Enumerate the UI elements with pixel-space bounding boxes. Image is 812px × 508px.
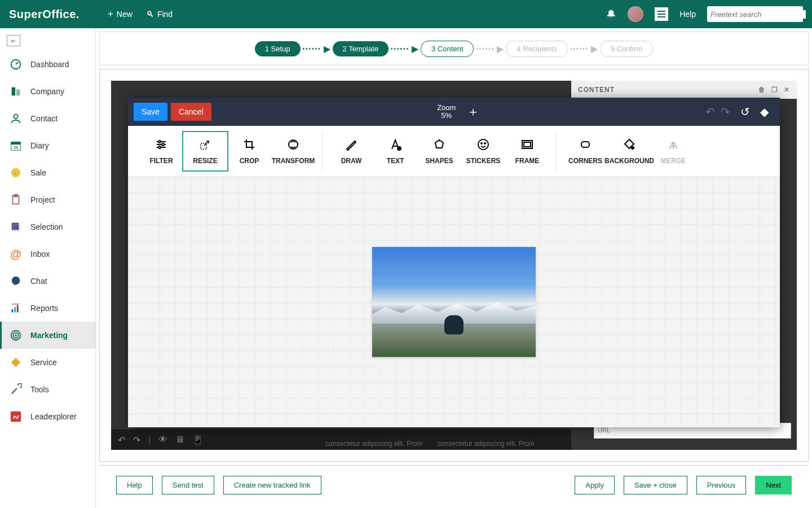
app-header: SuperOffice. +New 🔍︎Find 🔔︎ Help	[0, 0, 812, 28]
chat-icon	[9, 274, 23, 288]
undo-icon[interactable]: ↶	[705, 105, 715, 119]
calendar-icon: 28	[9, 139, 23, 152]
layers-icon[interactable]: ◆	[760, 105, 769, 119]
bell-icon[interactable]: 🔔︎	[606, 8, 616, 20]
step-content[interactable]: 3 Content	[421, 41, 474, 57]
svg-rect-3	[12, 87, 15, 96]
tool-resize[interactable]: RESIZE	[183, 132, 227, 170]
collapse-sidebar-icon[interactable]: ⇤	[7, 35, 20, 46]
cancel-button[interactable]: Cancel	[171, 103, 211, 121]
svg-rect-13	[12, 223, 19, 230]
nav-marketing[interactable]: Marketing	[0, 322, 95, 349]
nav-inbox[interactable]: @Inbox	[0, 240, 95, 268]
svg-rect-18	[17, 305, 19, 313]
step-confirm: 5 Confirm	[600, 41, 653, 57]
tool-transform[interactable]: TRANSFORM	[271, 132, 315, 170]
svg-point-5	[14, 115, 17, 119]
send-test-button[interactable]: Send test	[162, 476, 214, 494]
help-button[interactable]: Help	[116, 476, 153, 494]
history-icon[interactable]: ↺	[740, 105, 750, 119]
new-button[interactable]: +New	[108, 8, 133, 20]
nav-label: Selection	[30, 222, 63, 231]
svg-rect-12	[14, 195, 17, 197]
svg-rect-7	[11, 142, 21, 145]
step-template[interactable]: 2 Template	[333, 41, 389, 56]
nav-leadexplorer[interactable]: Leadexplorer	[0, 403, 95, 430]
at-icon: @	[9, 247, 23, 261]
preview-icon[interactable]: 👁	[158, 435, 167, 445]
clipboard-icon	[9, 193, 23, 207]
desktop-icon[interactable]: 🖥	[175, 435, 184, 445]
nav-contact[interactable]: Contact	[0, 105, 95, 132]
freetext-search[interactable]	[707, 6, 803, 22]
coin-icon: €	[9, 166, 23, 179]
svg-marker-34	[435, 140, 443, 148]
search-input[interactable]	[710, 10, 806, 19]
nav-tools[interactable]: Tools	[0, 376, 95, 403]
nav-chat[interactable]: Chat	[0, 268, 95, 295]
selection-icon	[9, 220, 23, 234]
save-button[interactable]: Save	[134, 103, 167, 121]
mobile-icon[interactable]: 📱	[192, 435, 204, 445]
delete-icon[interactable]: 🗑	[758, 86, 766, 94]
tool-draw[interactable]: DRAW	[329, 132, 373, 170]
help-link[interactable]: Help	[679, 10, 696, 19]
editor-canvas[interactable]	[128, 177, 780, 427]
nav-project[interactable]: Project	[0, 186, 95, 213]
tool-frame[interactable]: FRAME	[505, 132, 549, 170]
svg-point-41	[632, 147, 634, 149]
svg-point-36	[481, 143, 482, 144]
svg-text:28: 28	[14, 145, 18, 150]
close-icon[interactable]: ✕	[784, 86, 790, 94]
nav-selection[interactable]: Selection	[0, 213, 95, 240]
svg-point-26	[158, 141, 161, 143]
tool-crop[interactable]: CROP	[227, 132, 271, 170]
nav-label: Project	[30, 195, 55, 204]
tool-filter[interactable]: FILTER	[139, 132, 183, 170]
nav-label: Leadexplorer	[30, 412, 77, 421]
duplicate-icon[interactable]: ❐	[771, 86, 778, 94]
svg-point-35	[478, 139, 488, 150]
svg-rect-40	[581, 142, 589, 147]
step-setup[interactable]: 1 Setup	[255, 41, 301, 56]
svg-point-27	[162, 143, 164, 146]
save-close-button[interactable]: Save + close	[624, 476, 687, 494]
previous-button[interactable]: Previous	[696, 476, 747, 494]
nav-service[interactable]: Service	[0, 349, 95, 376]
redo-icon[interactable]: ↷	[133, 435, 140, 445]
tool-stickers[interactable]: STICKERS	[461, 132, 505, 170]
redo-icon[interactable]: ↷	[721, 105, 730, 119]
nav-dashboard[interactable]: Dashboard	[0, 51, 95, 78]
panel-title: CONTENT	[578, 86, 615, 94]
find-button[interactable]: 🔍︎Find	[146, 8, 173, 20]
svg-point-15	[12, 277, 20, 285]
target-icon	[9, 329, 23, 342]
left-nav: ⇤ Dashboard Company Contact 28Diary €Sal…	[0, 28, 96, 508]
tool-shapes[interactable]: SHAPES	[417, 132, 461, 170]
nav-diary[interactable]: 28Diary	[0, 132, 95, 159]
brand-logo: SuperOffice.	[9, 8, 80, 21]
nav-label: Contact	[30, 114, 58, 123]
editing-image[interactable]	[372, 247, 536, 357]
nav-reports[interactable]: Reports	[0, 295, 95, 322]
panel-menu-icon[interactable]	[655, 7, 668, 21]
next-button[interactable]: Next	[755, 476, 792, 494]
tool-corners[interactable]: CORNERS	[563, 132, 607, 170]
svg-point-28	[158, 146, 161, 148]
avatar[interactable]	[628, 6, 643, 22]
undo-icon[interactable]: ↶	[118, 435, 125, 445]
gauge-icon	[9, 58, 23, 71]
zoom-value: 5%	[437, 112, 456, 120]
nav-company[interactable]: Company	[0, 78, 95, 105]
tool-text[interactable]: TEXT	[373, 132, 417, 170]
nav-label: Chat	[30, 277, 47, 286]
image-editor-modal: Save Cancel Zoom 5% ＋ ↶↷ ↺ ◆	[128, 98, 780, 427]
nav-sale[interactable]: €Sale	[0, 159, 95, 186]
person-icon	[9, 112, 23, 125]
tool-background[interactable]: BACKGROUND	[607, 132, 651, 170]
nav-label: Inbox	[30, 249, 50, 259]
add-icon[interactable]: ＋	[467, 103, 479, 120]
apply-button[interactable]: Apply	[575, 476, 615, 494]
create-tracked-link-button[interactable]: Create new tracked link	[223, 476, 321, 494]
svg-text:€: €	[14, 170, 17, 176]
